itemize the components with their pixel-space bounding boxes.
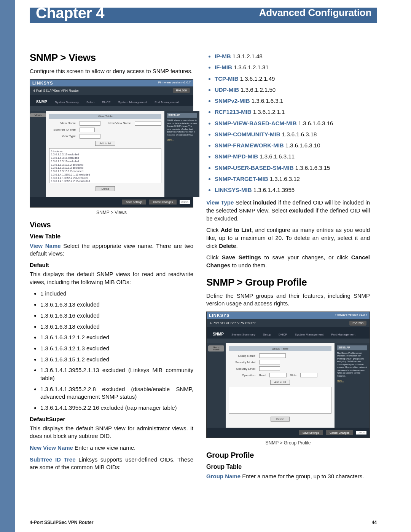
- para-default: This displays the default SNMP views for…: [30, 270, 193, 286]
- list-item: SNMP-USER-BASED-SM-MIB 1.3.6.1.6.3.15: [215, 163, 370, 172]
- list-item: SNMP-FRAMEWORK-MIB 1.3.6.1.6.3.10: [215, 141, 370, 150]
- para-view-type: View Type Select included if the defined…: [206, 199, 370, 222]
- mib-name: IF-MIB: [215, 64, 232, 70]
- para-subtree: SubTree ID Tree Linksys supports user-de…: [30, 456, 193, 471]
- list-item: IF-MIB 1.3.6.1.2.1.31: [215, 63, 370, 72]
- figure1-caption: SNMP > Views: [30, 210, 193, 215]
- list-item: IP-MB 1.3.1.2.1.48: [215, 52, 370, 61]
- mib-name: SNMP-TARGET-MIB: [215, 176, 268, 182]
- para-group-intro: Define the SNMP groups and their feature…: [206, 292, 370, 308]
- mib-name: SNMP-MPD-MIB: [215, 153, 258, 160]
- page-footer: 4-Port SSL/IPSec VPN Router 44: [30, 520, 377, 525]
- term-group-name: Group Name: [206, 473, 241, 479]
- chapter-number: 4: [96, 5, 104, 21]
- heading-default: Default: [30, 262, 193, 268]
- mib-name: SNMP-COMMUNITY-MIB: [215, 131, 280, 137]
- heading-views: Views: [30, 220, 193, 229]
- bold-included: included: [253, 199, 277, 206]
- shot-listbox: 1-included 1.3.6.1.6.3.13-excluded 1.3.6…: [49, 148, 161, 183]
- left-accent-strip: [0, 0, 15, 532]
- para-new-view: New View Name Enter a new view name.: [30, 444, 193, 452]
- bold-delete: Delete: [219, 243, 236, 249]
- term-subtree-id: SubTree ID Tree: [30, 456, 76, 463]
- shot-delete: Delete: [96, 186, 115, 191]
- heading-snmp-group-profile: SNMP > Group Profile: [206, 276, 370, 288]
- list-item: SNMP-MPD-MIB 1.3.6.1.6.3.11: [215, 152, 370, 161]
- list-item: SNMP-VIEW-BASED-ACM-MIB 1.3.6.1.6.3.16: [215, 119, 370, 128]
- left-column: SNMP > Views Configure this screen to al…: [30, 52, 193, 484]
- bold-save-settings: Save Settings: [222, 254, 261, 260]
- shot-version: Firmware version v1.0.7: [158, 81, 191, 85]
- shot-left-pill: Views: [30, 113, 46, 117]
- list-item: SNMP-TARGET-MIB 1.3.1.6.3.12: [215, 174, 370, 183]
- bold-excluded: excluded: [289, 207, 314, 214]
- list-item: UDP-MIB 1.3.6.1.2.1.50: [215, 85, 370, 94]
- footer-left: 4-Port SSL/IPSec VPN Router: [30, 520, 93, 525]
- default-oid-list: 1 included1.3.6.1.6.3.13 excluded1.3.6.1…: [30, 290, 193, 412]
- section-title: Advanced Configuration: [259, 7, 371, 19]
- heading-view-table: View Table: [30, 233, 193, 240]
- page-header: Chapter 4 Advanced Configuration: [30, 0, 377, 25]
- term-new-view-name: New View Name: [30, 444, 73, 451]
- para-defaultsuper: This displays the default SNMP view for …: [30, 425, 193, 440]
- list-item: 1.3.6.1.4.1.3955.2.2.16 excluded (trap m…: [40, 404, 193, 412]
- page-content: Chapter 4 Advanced Configuration SNMP > …: [30, 0, 377, 484]
- shot-logo: LINKSYS: [32, 81, 53, 85]
- list-item: 1.3.6.1.6.3.16 excluded: [40, 312, 193, 320]
- list-item: 1.3.6.1.4.1.3955.2.1.13 excluded (Linksy…: [40, 366, 193, 382]
- shot-title: 4 Port SSL/IPSec VPN Router: [33, 89, 79, 93]
- figure-snmp-views: LINKSYS Firmware version v1.0.7 4 Port S…: [30, 79, 193, 208]
- list-item: 1.3.6.1.6.3.15.1.2 excluded: [40, 356, 193, 364]
- mib-name: SNMP-VIEW-BASED-ACM-MIB: [215, 120, 297, 126]
- list-item: SNMPv2-MIB 1.3.6.1.6.3.1: [215, 96, 370, 105]
- intro-text: Configure this screen to allow or deny a…: [30, 67, 193, 75]
- heading-snmp-views: SNMP > Views: [30, 52, 193, 64]
- list-item: LINKSYS-MIB 1.3.6.1.4.1.3955: [215, 185, 370, 194]
- list-item: TCP-MIB 1.3.6.1.2.1.49: [215, 74, 370, 83]
- chapter-word: Chapter: [36, 5, 92, 21]
- para-group-name: Group Name Enter a name for the group, u…: [206, 473, 370, 481]
- footer-page-number: 44: [372, 520, 377, 525]
- shot-add-btn: Add to list: [95, 141, 115, 146]
- mib-name: LINKSYS-MIB: [215, 187, 252, 193]
- mib-name: TCP-MIB: [215, 75, 239, 82]
- term-view-type: View Type: [206, 199, 234, 206]
- mib-name: RCF1213-MIB: [215, 109, 252, 115]
- list-item: 1 included: [40, 290, 193, 298]
- para-add-to-list: Click Add to List, and configure as many…: [206, 226, 370, 250]
- list-item: 1.3.6.1.6.3.18 excluded: [40, 323, 193, 331]
- mib-name: SNMP-USER-BASED-SM-MIB: [215, 165, 294, 171]
- mib-name: SNMP-FRAMEWORK-MIB: [215, 142, 284, 149]
- list-item: 1.3.6.1.6.3.13 excluded: [40, 301, 193, 309]
- nav-active: SNMP: [32, 98, 51, 106]
- heading-group-profile: Group Profile: [206, 451, 370, 460]
- shot-model: RVL200: [173, 88, 190, 93]
- list-item: RCF1213-MIB 1.3.6.1.2.1.1: [215, 107, 370, 116]
- term-view-name: View Name: [30, 243, 61, 249]
- mib-oid-list: IP-MB 1.3.1.2.1.48IF-MIB 1.3.6.1.2.1.31T…: [206, 52, 370, 194]
- list-item: 1.3.6.1.6.3.12.1.2 excluded: [40, 334, 193, 342]
- list-item: SNMP-COMMUNITY-MIB 1.3.6.1.6.3.18: [215, 130, 370, 139]
- list-item: 1.3.6.1.4.1.3955.2.2.8 excluded (disable…: [40, 385, 193, 401]
- para-save: Click Save Settings to save your changes…: [206, 254, 370, 269]
- shot-form-title: View Table: [49, 114, 161, 119]
- heading-defaultsuper: DefaultSuper: [30, 416, 193, 422]
- right-column: IP-MB 1.3.1.2.1.48IF-MIB 1.3.6.1.2.1.31T…: [206, 52, 370, 484]
- heading-group-table: Group Table: [206, 463, 370, 470]
- list-item: 1.3.6.1.6.3.12.1.3 excluded: [40, 345, 193, 353]
- bold-add-to-list: Add to List: [221, 227, 252, 233]
- chapter-title: Chapter 4: [36, 5, 104, 22]
- figure-snmp-group-profile: LINKSYS Firmware version v1.0.7 4 Port S…: [206, 312, 370, 438]
- mib-name: IP-MB: [215, 53, 231, 59]
- mib-name: UDP-MIB: [215, 86, 239, 93]
- para-view-name: View Name Select the appropriate view na…: [30, 242, 193, 258]
- figure2-caption: SNMP > Group Profile: [206, 440, 370, 446]
- shot-nav: SNMP System Summary Setup DHCP System Ma…: [30, 95, 193, 106]
- mib-name: SNMPv2-MIB: [215, 97, 250, 104]
